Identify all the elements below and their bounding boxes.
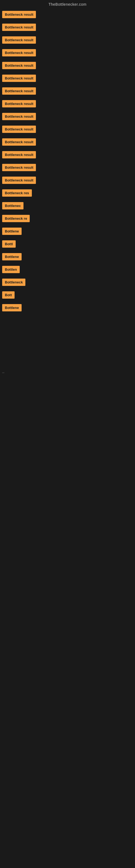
bottleneck-badge[interactable]: Bottleneck re bbox=[2, 215, 30, 222]
bottleneck-badge[interactable]: Bottleneck result bbox=[2, 24, 36, 31]
bottleneck-badge[interactable]: Bottlene bbox=[2, 227, 21, 235]
dots-indicator: ... bbox=[0, 369, 135, 375]
site-title: TheBottlenecker.com bbox=[48, 2, 86, 6]
bottleneck-badge[interactable]: Bottleneck result bbox=[2, 49, 36, 56]
bottleneck-badge[interactable]: Bottleneck result bbox=[2, 151, 36, 158]
bottleneck-row: Bottleneck result bbox=[0, 98, 135, 110]
bottleneck-badge[interactable]: Bottlene bbox=[2, 253, 21, 260]
bottleneck-row: Bottleneck result bbox=[0, 48, 135, 59]
bottleneck-row: Bottleneck result bbox=[0, 137, 135, 148]
bottleneck-badge[interactable]: Bottleneck result bbox=[2, 74, 36, 82]
bottleneck-row: Bottlenec bbox=[0, 200, 135, 212]
bottleneck-badge[interactable]: Bottleneck result bbox=[2, 87, 36, 95]
empty-section bbox=[0, 315, 135, 369]
bottleneck-badge[interactable]: Bottleneck res bbox=[2, 189, 32, 197]
bottleneck-badge[interactable]: Bottlene bbox=[2, 304, 21, 311]
bottleneck-badge[interactable]: Bott bbox=[2, 291, 14, 299]
bottleneck-row: Bottleneck result bbox=[0, 86, 135, 97]
bottleneck-row: Bottleneck bbox=[0, 277, 135, 289]
bottleneck-badge[interactable]: Bottleneck result bbox=[2, 138, 36, 146]
bottleneck-badge[interactable]: Bottleneck result bbox=[2, 177, 36, 184]
bottleneck-badge[interactable]: Bottleneck result bbox=[2, 62, 36, 69]
bottleneck-row: Bottleneck result bbox=[0, 111, 135, 123]
bottleneck-badge[interactable]: Bottleneck result bbox=[2, 100, 36, 107]
bottleneck-row: Bottlene bbox=[0, 226, 135, 238]
bottleneck-row: Bottleneck result bbox=[0, 35, 135, 46]
bottleneck-row: Bott bbox=[0, 290, 135, 301]
bottleneck-row: Bottleneck res bbox=[0, 188, 135, 199]
bottleneck-badge[interactable]: Bottleneck result bbox=[2, 36, 36, 44]
bottleneck-badge[interactable]: Bottleneck result bbox=[2, 164, 36, 171]
bottleneck-row: Bottleneck result bbox=[0, 22, 135, 34]
bottleneck-row: Bottleneck result bbox=[0, 9, 135, 21]
bottleneck-badge[interactable]: Bottlenec bbox=[2, 202, 24, 209]
bottleneck-row: Bottleneck result bbox=[0, 124, 135, 135]
bottleneck-row: Bottlen bbox=[0, 264, 135, 276]
empty-section-2 bbox=[0, 375, 135, 483]
bottleneck-row: Bottleneck result bbox=[0, 162, 135, 174]
bottleneck-row: Bottleneck result bbox=[0, 60, 135, 72]
site-header: TheBottlenecker.com bbox=[0, 0, 135, 9]
bottleneck-badge[interactable]: Bottleneck result bbox=[2, 126, 36, 133]
bottleneck-row: Bottlene bbox=[0, 303, 135, 314]
bottleneck-row: Bottleneck result bbox=[0, 73, 135, 85]
bottleneck-row: Bottleneck re bbox=[0, 213, 135, 225]
bottleneck-row: Bottlene bbox=[0, 251, 135, 263]
bottleneck-badge[interactable]: Bottleneck bbox=[2, 279, 26, 286]
bottleneck-list: Bottleneck resultBottleneck resultBottle… bbox=[0, 9, 135, 314]
bottleneck-badge[interactable]: Bottleneck result bbox=[2, 11, 36, 18]
bottleneck-row: Bottl bbox=[0, 239, 135, 250]
bottleneck-badge[interactable]: Bottlen bbox=[2, 266, 20, 273]
bottleneck-row: Bottleneck result bbox=[0, 150, 135, 161]
bottleneck-row: Bottleneck result bbox=[0, 175, 135, 187]
bottleneck-badge[interactable]: Bottleneck result bbox=[2, 113, 36, 120]
bottleneck-badge[interactable]: Bottl bbox=[2, 240, 16, 248]
